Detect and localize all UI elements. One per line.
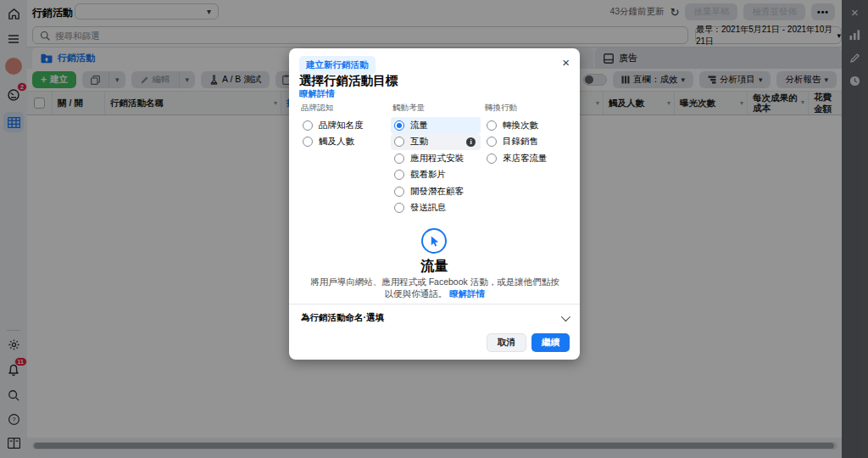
description-text: 將用戶導向網站、應用程式或 Facebook 活動，或是讓他們點按以便與你通話。: [310, 276, 559, 299]
radio-icon: [487, 137, 497, 147]
objective-option-messages[interactable]: 發送訊息: [391, 200, 481, 217]
campaign-name-section-label: 為行銷活動命名·選填: [301, 312, 384, 324]
objective-option-store-traffic[interactable]: 來店客流量: [483, 150, 570, 167]
description-learn-more-link[interactable]: 瞭解詳情: [449, 288, 485, 299]
modal-step-badge: 建立新行銷活動: [299, 56, 376, 75]
chevron-down-icon: [561, 312, 570, 321]
objective-column-consideration: 觸動考量 流量 互動 i 應用程式安裝 觀看影片 開發潛在顧客 發送訊息: [391, 103, 481, 216]
column-header: 轉換行動: [483, 103, 570, 114]
objective-option-brand-awareness[interactable]: 品牌知名度: [299, 117, 386, 134]
objective-option-conversions[interactable]: 轉換次數: [483, 117, 570, 134]
option-label: 觀看影片: [410, 169, 446, 181]
option-label: 品牌知名度: [319, 120, 364, 131]
modal-title: 選擇行銷活動目標: [299, 73, 398, 89]
option-label: 互動: [410, 136, 428, 148]
learn-more-link[interactable]: 瞭解詳情: [299, 88, 335, 100]
traffic-cursor-icon: [421, 228, 447, 254]
radio-icon: [394, 170, 404, 180]
radio-icon: [487, 120, 497, 131]
modal-close-icon[interactable]: ×: [562, 55, 570, 70]
option-label: 發送訊息: [410, 202, 446, 214]
selected-objective-description: 將用戶導向網站、應用程式或 Facebook 活動，或是讓他們點按以便與你通話。…: [308, 276, 562, 299]
continue-button[interactable]: 繼續: [531, 333, 570, 352]
objective-option-catalog-sales[interactable]: 目錄銷售: [483, 134, 570, 151]
selected-objective-title: 流量: [289, 258, 580, 276]
campaign-name-section[interactable]: 為行銷活動命名·選填: [289, 304, 580, 332]
create-campaign-modal: 建立新行銷活動 × 選擇行銷活動目標 瞭解詳情 品牌認知 品牌知名度 觸及人數 …: [289, 48, 580, 360]
objective-column-awareness: 品牌認知 品牌知名度 觸及人數: [299, 103, 386, 150]
cancel-button[interactable]: 取消: [487, 333, 526, 352]
column-header: 品牌認知: [299, 103, 386, 114]
option-label: 來店客流量: [503, 153, 548, 165]
objective-option-app-installs[interactable]: 應用程式安裝: [391, 150, 481, 167]
objective-option-reach[interactable]: 觸及人數: [299, 134, 386, 151]
objective-option-engagement[interactable]: 互動 i: [391, 134, 481, 151]
option-label: 開發潛在顧客: [410, 186, 464, 198]
radio-icon: [303, 137, 313, 147]
option-label: 應用程式安裝: [410, 153, 464, 165]
objective-column-conversion: 轉換行動 轉換次數 目錄銷售 來店客流量: [483, 103, 570, 167]
radio-icon: [394, 203, 404, 213]
objective-option-traffic[interactable]: 流量: [391, 117, 481, 134]
radio-icon: [394, 187, 404, 197]
objective-option-video-views[interactable]: 觀看影片: [391, 167, 481, 184]
option-label: 目錄銷售: [503, 136, 538, 148]
option-label: 觸及人數: [319, 136, 354, 148]
info-icon[interactable]: i: [466, 137, 476, 147]
column-header: 觸動考量: [391, 103, 481, 114]
radio-icon: [394, 137, 404, 147]
radio-icon: [394, 154, 404, 164]
option-label: 流量: [410, 120, 428, 131]
option-label: 轉換次數: [503, 120, 538, 131]
radio-icon: [487, 154, 497, 164]
objective-option-lead-generation[interactable]: 開發潛在顧客: [391, 183, 481, 200]
radio-selected-icon: [394, 120, 404, 131]
radio-icon: [303, 120, 313, 131]
